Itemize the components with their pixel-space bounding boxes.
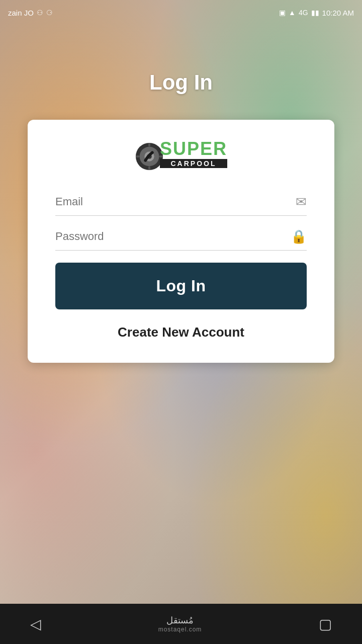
- bottom-nav-bar: ◁ مُستقل mostaqel.com ▢: [0, 604, 362, 644]
- status-right: ▣ ▲ 4G ▮▮ 10:20 AM: [279, 9, 354, 17]
- back-icon: ◁: [30, 616, 41, 632]
- logo-text: SUPER CARPOOL: [160, 140, 227, 168]
- home-sublabel: mostaqel.com: [158, 626, 202, 633]
- battery-icon: ▮▮: [311, 9, 319, 17]
- email-input[interactable]: [55, 193, 291, 210]
- usb-icon: ⚇: [37, 9, 43, 17]
- login-card: SUPER CARPOOL ✉ 🔒 Log In Create New Acco…: [28, 120, 334, 363]
- time-label: 10:20 AM: [322, 9, 354, 17]
- create-account-button[interactable]: Create New Account: [55, 325, 307, 340]
- logo-carpool-bar: CARPOOL: [160, 159, 227, 168]
- lock-icon: 🔒: [291, 229, 307, 245]
- status-left: zain JO ⚇ ⚆: [8, 9, 53, 17]
- app-logo: SUPER CARPOOL: [135, 140, 227, 168]
- logo-container: SUPER CARPOOL: [55, 140, 307, 168]
- signal-icon: 4G: [299, 9, 308, 17]
- logo-super: SUPER: [160, 140, 227, 158]
- home-label: مُستقل: [166, 615, 194, 626]
- email-row: ✉: [55, 193, 307, 216]
- password-field-group: 🔒: [55, 228, 307, 251]
- status-bar: zain JO ⚇ ⚆ ▣ ▲ 4G ▮▮ 10:20 AM: [0, 0, 362, 25]
- svg-rect-6: [136, 155, 140, 157]
- window-icon: ▢: [319, 616, 332, 632]
- sync-icon: ⚆: [46, 9, 53, 17]
- page-title: Log In: [0, 70, 362, 95]
- svg-rect-5: [148, 166, 150, 170]
- password-row: 🔒: [55, 228, 307, 251]
- carrier-label: zain JO: [8, 9, 34, 17]
- recents-button[interactable]: ▢: [319, 616, 332, 632]
- svg-rect-4: [148, 143, 150, 147]
- password-input[interactable]: [55, 228, 286, 245]
- wifi-icon: ▲: [289, 9, 296, 17]
- logo-carpool: CARPOOL: [171, 160, 217, 167]
- vibrate-icon: ▣: [279, 9, 286, 17]
- email-field-group: ✉: [55, 193, 307, 216]
- home-button[interactable]: مُستقل mostaqel.com: [158, 615, 202, 633]
- login-button[interactable]: Log In: [55, 263, 307, 309]
- email-icon: ✉: [296, 194, 307, 210]
- back-button[interactable]: ◁: [30, 616, 41, 632]
